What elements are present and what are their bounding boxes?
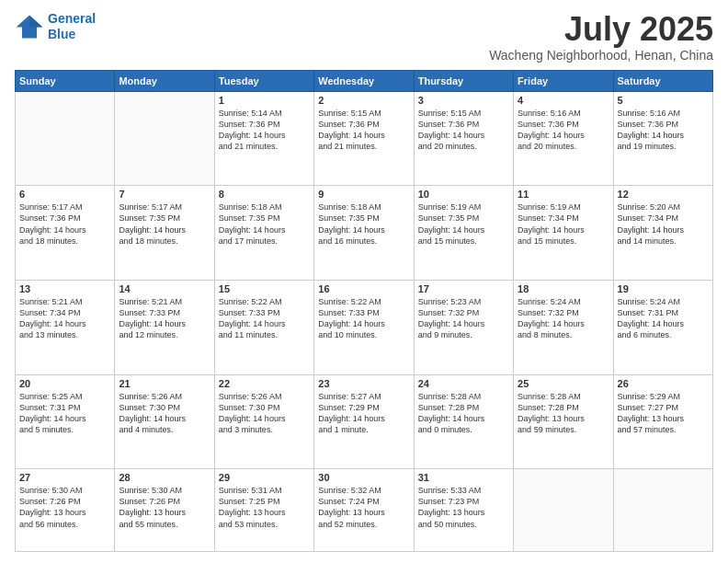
cell-content: Sunrise: 5:28 AM Sunset: 7:28 PM Dayligh… [418, 391, 509, 436]
cell-content: Sunrise: 5:14 AM Sunset: 7:36 PM Dayligh… [219, 108, 310, 153]
calendar-cell: 28Sunrise: 5:30 AM Sunset: 7:26 PM Dayli… [115, 469, 214, 552]
calendar-cell: 22Sunrise: 5:26 AM Sunset: 7:30 PM Dayli… [214, 374, 313, 469]
day-number: 25 [518, 378, 609, 389]
day-number: 27 [19, 472, 110, 483]
day-number: 15 [219, 283, 310, 294]
cell-content: Sunrise: 5:16 AM Sunset: 7:36 PM Dayligh… [518, 108, 609, 153]
weekday-header: Wednesday [314, 70, 414, 91]
day-number: 20 [19, 378, 110, 389]
cell-content: Sunrise: 5:17 AM Sunset: 7:35 PM Dayligh… [119, 201, 210, 247]
day-number: 9 [318, 189, 409, 200]
day-number: 24 [418, 378, 509, 389]
day-number: 10 [418, 189, 509, 200]
cell-content: Sunrise: 5:26 AM Sunset: 7:30 PM Dayligh… [219, 391, 310, 436]
logo-general: General [48, 11, 96, 26]
calendar-cell [613, 469, 712, 552]
day-number: 2 [318, 95, 409, 106]
cell-content: Sunrise: 5:26 AM Sunset: 7:30 PM Dayligh… [119, 391, 210, 436]
cell-content: Sunrise: 5:30 AM Sunset: 7:26 PM Dayligh… [119, 485, 210, 530]
day-number: 1 [219, 95, 310, 106]
logo-icon [15, 14, 44, 40]
calendar-cell: 13Sunrise: 5:21 AM Sunset: 7:34 PM Dayli… [16, 280, 115, 374]
cell-content: Sunrise: 5:28 AM Sunset: 7:28 PM Dayligh… [518, 391, 609, 436]
logo: General Blue [15, 11, 96, 42]
calendar-cell: 20Sunrise: 5:25 AM Sunset: 7:31 PM Dayli… [16, 374, 115, 469]
calendar-week-row: 27Sunrise: 5:30 AM Sunset: 7:26 PM Dayli… [16, 469, 713, 552]
month-title: July 2025 [489, 11, 713, 48]
calendar-cell: 5Sunrise: 5:16 AM Sunset: 7:36 PM Daylig… [613, 91, 712, 186]
calendar-cell: 25Sunrise: 5:28 AM Sunset: 7:28 PM Dayli… [514, 374, 613, 469]
calendar-cell: 21Sunrise: 5:26 AM Sunset: 7:30 PM Dayli… [115, 374, 214, 469]
calendar-cell: 8Sunrise: 5:18 AM Sunset: 7:35 PM Daylig… [214, 186, 313, 281]
calendar-cell [514, 469, 613, 552]
cell-content: Sunrise: 5:19 AM Sunset: 7:35 PM Dayligh… [418, 201, 509, 247]
cell-content: Sunrise: 5:24 AM Sunset: 7:31 PM Dayligh… [618, 296, 709, 341]
day-number: 5 [618, 95, 709, 106]
calendar-cell: 12Sunrise: 5:20 AM Sunset: 7:34 PM Dayli… [613, 186, 712, 281]
cell-content: Sunrise: 5:29 AM Sunset: 7:27 PM Dayligh… [618, 391, 709, 436]
cell-content: Sunrise: 5:16 AM Sunset: 7:36 PM Dayligh… [618, 108, 709, 153]
calendar-cell: 17Sunrise: 5:23 AM Sunset: 7:32 PM Dayli… [414, 280, 513, 374]
calendar-cell [115, 91, 214, 186]
calendar-cell: 19Sunrise: 5:24 AM Sunset: 7:31 PM Dayli… [613, 280, 712, 374]
day-number: 23 [318, 378, 409, 389]
day-number: 14 [119, 283, 210, 294]
calendar-week-row: 6Sunrise: 5:17 AM Sunset: 7:36 PM Daylig… [16, 186, 713, 281]
cell-content: Sunrise: 5:33 AM Sunset: 7:23 PM Dayligh… [418, 485, 509, 530]
day-number: 6 [19, 189, 110, 200]
cell-content: Sunrise: 5:17 AM Sunset: 7:36 PM Dayligh… [19, 201, 110, 247]
cell-content: Sunrise: 5:25 AM Sunset: 7:31 PM Dayligh… [19, 391, 110, 436]
cell-content: Sunrise: 5:27 AM Sunset: 7:29 PM Dayligh… [318, 391, 409, 436]
title-section: July 2025 Wacheng Neighborhood, Henan, C… [489, 11, 713, 63]
cell-content: Sunrise: 5:23 AM Sunset: 7:32 PM Dayligh… [418, 296, 509, 341]
calendar-cell: 16Sunrise: 5:22 AM Sunset: 7:33 PM Dayli… [314, 280, 414, 374]
calendar-cell [16, 91, 115, 186]
day-number: 18 [518, 283, 609, 294]
cell-content: Sunrise: 5:22 AM Sunset: 7:33 PM Dayligh… [318, 296, 409, 341]
cell-content: Sunrise: 5:31 AM Sunset: 7:25 PM Dayligh… [219, 485, 310, 530]
logo-text: General Blue [48, 11, 96, 42]
day-number: 29 [219, 472, 310, 483]
cell-content: Sunrise: 5:21 AM Sunset: 7:34 PM Dayligh… [19, 296, 110, 341]
header: General Blue July 2025 Wacheng Neighborh… [15, 11, 713, 63]
svg-marker-1 [29, 15, 42, 27]
cell-content: Sunrise: 5:20 AM Sunset: 7:34 PM Dayligh… [618, 201, 709, 247]
cell-content: Sunrise: 5:15 AM Sunset: 7:36 PM Dayligh… [318, 108, 409, 153]
calendar-week-row: 13Sunrise: 5:21 AM Sunset: 7:34 PM Dayli… [16, 280, 713, 374]
cell-content: Sunrise: 5:18 AM Sunset: 7:35 PM Dayligh… [219, 201, 310, 247]
day-number: 12 [618, 189, 709, 200]
calendar-cell: 26Sunrise: 5:29 AM Sunset: 7:27 PM Dayli… [613, 374, 712, 469]
cell-content: Sunrise: 5:22 AM Sunset: 7:33 PM Dayligh… [219, 296, 310, 341]
day-number: 19 [618, 283, 709, 294]
logo-blue: Blue [48, 27, 75, 41]
day-number: 3 [418, 95, 509, 106]
cell-content: Sunrise: 5:24 AM Sunset: 7:32 PM Dayligh… [518, 296, 609, 341]
cell-content: Sunrise: 5:21 AM Sunset: 7:33 PM Dayligh… [119, 296, 210, 341]
calendar-cell: 9Sunrise: 5:18 AM Sunset: 7:35 PM Daylig… [314, 186, 414, 281]
day-number: 16 [318, 283, 409, 294]
calendar-header-row: SundayMondayTuesdayWednesdayThursdayFrid… [16, 70, 713, 91]
calendar-cell: 18Sunrise: 5:24 AM Sunset: 7:32 PM Dayli… [514, 280, 613, 374]
day-number: 8 [219, 189, 310, 200]
cell-content: Sunrise: 5:18 AM Sunset: 7:35 PM Dayligh… [318, 201, 409, 247]
day-number: 31 [418, 472, 509, 483]
calendar-cell: 27Sunrise: 5:30 AM Sunset: 7:26 PM Dayli… [16, 469, 115, 552]
cell-content: Sunrise: 5:32 AM Sunset: 7:24 PM Dayligh… [318, 485, 409, 530]
weekday-header: Friday [514, 70, 613, 91]
day-number: 26 [618, 378, 709, 389]
calendar-cell: 15Sunrise: 5:22 AM Sunset: 7:33 PM Dayli… [214, 280, 313, 374]
calendar-cell: 3Sunrise: 5:15 AM Sunset: 7:36 PM Daylig… [414, 91, 513, 186]
calendar-cell: 6Sunrise: 5:17 AM Sunset: 7:36 PM Daylig… [16, 186, 115, 281]
calendar-cell: 2Sunrise: 5:15 AM Sunset: 7:36 PM Daylig… [314, 91, 414, 186]
day-number: 17 [418, 283, 509, 294]
calendar-table: SundayMondayTuesdayWednesdayThursdayFrid… [15, 70, 713, 552]
calendar-cell: 11Sunrise: 5:19 AM Sunset: 7:34 PM Dayli… [514, 186, 613, 281]
day-number: 7 [119, 189, 210, 200]
weekday-header: Tuesday [214, 70, 313, 91]
calendar-cell: 31Sunrise: 5:33 AM Sunset: 7:23 PM Dayli… [414, 469, 513, 552]
day-number: 30 [318, 472, 409, 483]
day-number: 21 [119, 378, 210, 389]
calendar-cell: 10Sunrise: 5:19 AM Sunset: 7:35 PM Dayli… [414, 186, 513, 281]
calendar-cell: 7Sunrise: 5:17 AM Sunset: 7:35 PM Daylig… [115, 186, 214, 281]
calendar-cell: 30Sunrise: 5:32 AM Sunset: 7:24 PM Dayli… [314, 469, 414, 552]
